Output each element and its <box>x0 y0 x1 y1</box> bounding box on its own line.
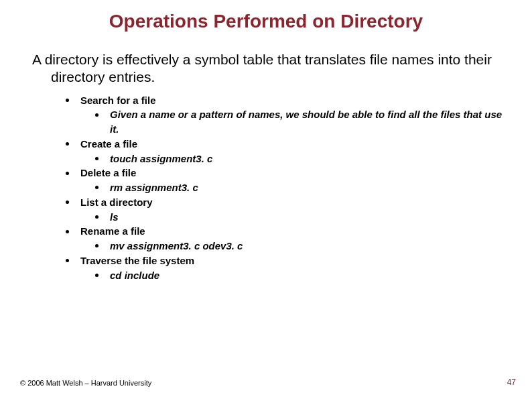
sub-item: ls <box>95 210 505 225</box>
item-label: Delete a file <box>80 167 136 178</box>
sub-list: cd include <box>80 268 505 283</box>
sub-list: ls <box>80 210 505 225</box>
item-label: Traverse the file system <box>80 255 194 266</box>
list-item: Create a file touch assignment3. c <box>66 137 505 166</box>
list-item: Delete a file rm assignment3. c <box>66 166 505 195</box>
item-label: Search for a file <box>80 95 156 106</box>
page-number: 47 <box>507 378 516 387</box>
item-label: Rename a file <box>80 225 145 237</box>
list-item: Traverse the file system cd include <box>66 253 505 283</box>
list-item: Rename a file mv assignment3. c odev3. c <box>66 224 505 253</box>
sub-item: cd include <box>95 268 505 283</box>
sub-item: rm assignment3. c <box>95 180 505 195</box>
list-item: Search for a file Given a name or a patt… <box>66 93 505 137</box>
sub-list: touch assignment3. c <box>80 152 505 166</box>
intro-text: A directory is effectively a symbol tabl… <box>32 51 505 87</box>
sub-item: Given a name or a pattern of names, we s… <box>95 107 505 137</box>
sub-item: touch assignment3. c <box>95 152 505 166</box>
sub-item: mv assignment3. c odev3. c <box>95 239 505 253</box>
item-label: List a directory <box>80 196 153 208</box>
item-label: Create a file <box>80 138 137 150</box>
sub-list: mv assignment3. c odev3. c <box>80 239 505 253</box>
sub-list: rm assignment3. c <box>80 180 505 195</box>
footer-copyright: © 2006 Matt Welsh – Harvard University <box>20 379 151 387</box>
operations-list: Search for a file Given a name or a patt… <box>0 93 532 283</box>
sub-list: Given a name or a pattern of names, we s… <box>80 107 505 137</box>
slide-title: Operations Performed on Directory <box>0 0 532 38</box>
list-item: List a directory ls <box>66 195 505 225</box>
slide: Operations Performed on Directory A dire… <box>0 0 532 399</box>
